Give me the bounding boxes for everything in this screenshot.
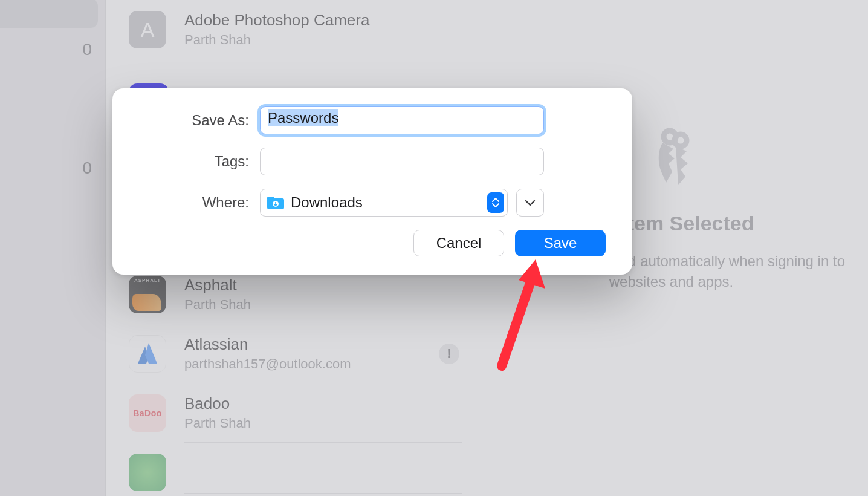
where-label: Where: [139,194,260,211]
save-button[interactable]: Save [515,230,606,256]
tags-label: Tags: [139,153,260,170]
svg-rect-3 [267,197,274,200]
where-stepper-icon[interactable] [487,192,504,213]
save-as-label: Save As: [139,112,260,129]
chevron-down-icon [525,199,536,206]
expand-button[interactable] [516,189,544,217]
save-as-input[interactable]: Passwords [260,106,544,134]
save-dialog: Save As: Passwords Tags: Where: [112,88,632,275]
where-value: Downloads [291,194,363,211]
cancel-button[interactable]: Cancel [413,230,504,256]
save-label: Save [544,235,577,252]
cancel-label: Cancel [436,235,482,252]
where-select[interactable]: Downloads [260,189,508,217]
folder-icon [267,195,285,210]
save-as-value: Passwords [268,109,338,126]
tags-input[interactable] [260,148,544,175]
